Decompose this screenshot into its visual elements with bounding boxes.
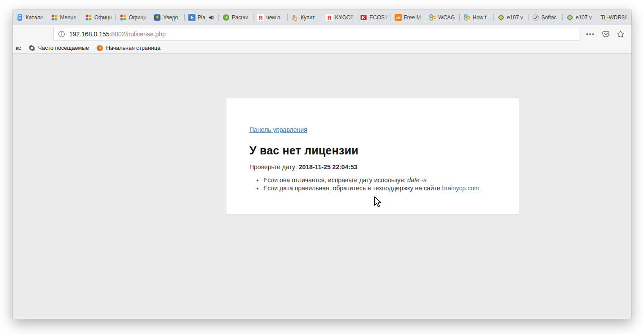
tab-label: TL-WDR36 <box>601 14 628 21</box>
joomla-favicon-icon <box>120 14 127 21</box>
browser-tab[interactable]: How t <box>460 10 494 25</box>
url-path: :8002/nolicense.php <box>110 31 166 38</box>
play-favicon-icon <box>188 14 195 21</box>
kyocera-favicon-icon: K <box>360 14 367 21</box>
navigation-toolbar: 192.168.0.155:8002/nolicense.php ••• <box>13 25 631 43</box>
tab-label: KYOCE <box>335 14 354 21</box>
joomla-favicon-icon <box>85 14 92 21</box>
page-actions-icon[interactable]: ••• <box>586 31 595 37</box>
browser-tab[interactable]: WCAG <box>425 10 460 25</box>
yandex-favicon-icon: Я <box>257 14 264 21</box>
tab-label: WCAG <box>438 14 455 21</box>
bullet1-text: Если она отличается, исправьте дату испо… <box>263 176 407 184</box>
browser-tab[interactable]: TL-WDR36 <box>597 10 632 25</box>
browser-tab[interactable]: Pla <box>185 10 219 25</box>
yandex-favicon-icon: Я <box>326 14 333 21</box>
site-info-icon[interactable] <box>58 31 65 38</box>
bookmark-label: Часто посещаемые <box>38 45 89 51</box>
svg-text:JM: JM <box>395 16 400 20</box>
tab-label: e107 v <box>576 14 592 21</box>
browser-window: КаталоMenusОфициОфициУведоPlaРасшиЯчем о… <box>13 10 631 319</box>
browser-tab[interactable]: ЯKYOCE <box>322 10 357 25</box>
list-item: Если дата правильная, обратитесь в техпо… <box>263 185 501 193</box>
tab-label: Menus <box>60 14 76 21</box>
page-title: У вас нет лицензии <box>249 144 501 157</box>
url-host: 192.168.0.155 <box>69 31 110 38</box>
check-date-label: Проверьте дату: <box>249 163 299 171</box>
browser-tab[interactable]: Катало <box>13 10 47 25</box>
svg-text:Я: Я <box>258 14 262 21</box>
catalog-favicon-icon <box>16 14 23 21</box>
bookmark-label: кс <box>16 45 21 51</box>
instruction-list: Если она отличается, исправьте дату испо… <box>249 176 501 192</box>
browser-tab[interactable]: Офици <box>116 10 151 25</box>
list-item: Если она отличается, исправьте дату испо… <box>263 176 501 185</box>
tab-label: Офици <box>129 14 147 21</box>
tab-label: Купит <box>301 14 315 21</box>
w3c-favicon-icon <box>463 14 471 21</box>
firefox-icon <box>96 44 103 52</box>
tab-label: Расши <box>232 14 249 21</box>
url-bar[interactable]: 192.168.0.155:8002/nolicense.php <box>53 28 579 40</box>
bookmark-label: Начальная страница <box>106 45 160 51</box>
bookmark-item[interactable]: Начальная страница <box>94 44 163 52</box>
browser-tab[interactable]: Softac <box>529 10 563 25</box>
tab-label: Уведо <box>163 14 178 21</box>
browser-tab[interactable]: e107 v <box>563 10 597 25</box>
bookmark-star-icon[interactable] <box>617 30 625 38</box>
tab-label: How t <box>473 14 487 21</box>
browser-tab[interactable]: JMFree M <box>391 10 426 25</box>
browser-tab[interactable]: Купит <box>288 10 322 25</box>
browser-tab[interactable]: e107 v <box>494 10 529 25</box>
e107-favicon-icon <box>497 14 505 21</box>
browser-tab[interactable]: Расши <box>219 10 253 25</box>
tab-label: чем о <box>266 14 280 21</box>
tab-label: Free M <box>404 14 421 21</box>
tab-audio-speaker-icon[interactable] <box>208 14 214 21</box>
tab-bar: КаталоMenusОфициОфициУведоPlaРасшиЯчем о… <box>13 10 631 25</box>
page-content: Панель управления У вас нет лицензии Про… <box>13 54 631 319</box>
tab-label: Катало <box>26 14 43 21</box>
bullet1-command: date -s <box>407 176 426 184</box>
gear-icon <box>28 44 36 52</box>
badge-favicon-icon <box>154 14 161 21</box>
tab-label: e107 v <box>507 14 523 21</box>
tab-label: ECOSY <box>369 14 388 21</box>
license-message-card: Панель управления У вас нет лицензии Про… <box>227 98 519 214</box>
url-text: 192.168.0.155:8002/nolicense.php <box>69 31 166 38</box>
bookmark-item[interactable]: Часто посещаемые <box>26 44 91 52</box>
jm-favicon-icon: JM <box>395 14 402 21</box>
tab-label: Pla <box>198 14 205 21</box>
browser-tab[interactable]: Ячем о <box>253 10 288 25</box>
control-panel-link[interactable]: Панель управления <box>249 126 307 133</box>
svg-text:Я: Я <box>327 14 331 21</box>
softaculous-favicon-icon <box>532 14 539 21</box>
check-date-line: Проверьте дату: 2018-11-25 22:04:53 <box>249 163 501 171</box>
browser-tab[interactable]: Menus <box>47 10 82 25</box>
joomla-favicon-icon <box>51 14 58 21</box>
brainycp-link[interactable]: brainycp.com <box>442 185 479 192</box>
check-date-value: 2018-11-25 22:04:53 <box>299 163 358 171</box>
browser-tab[interactable]: Офици <box>81 10 116 25</box>
hand-favicon-icon <box>291 14 298 21</box>
browser-tab[interactable]: Уведо <box>150 10 185 25</box>
bookmarks-bar: ксЧасто посещаемыеНачальная страница <box>13 43 631 54</box>
pocket-icon[interactable] <box>602 30 610 38</box>
urlbar-action-icons: ••• <box>579 30 631 38</box>
e107-favicon-icon <box>566 14 573 21</box>
browser-tab[interactable]: KECOSY <box>356 10 391 25</box>
tab-label: Softac <box>542 14 557 21</box>
bullet2-text: Если дата правильная, обратитесь в техпо… <box>263 185 442 192</box>
bookmark-item[interactable]: кс <box>13 45 23 51</box>
tab-label: Офици <box>94 14 112 21</box>
svg-text:K: K <box>362 15 365 20</box>
w3c-favicon-icon <box>429 14 436 21</box>
parrot-favicon-icon <box>222 14 230 21</box>
